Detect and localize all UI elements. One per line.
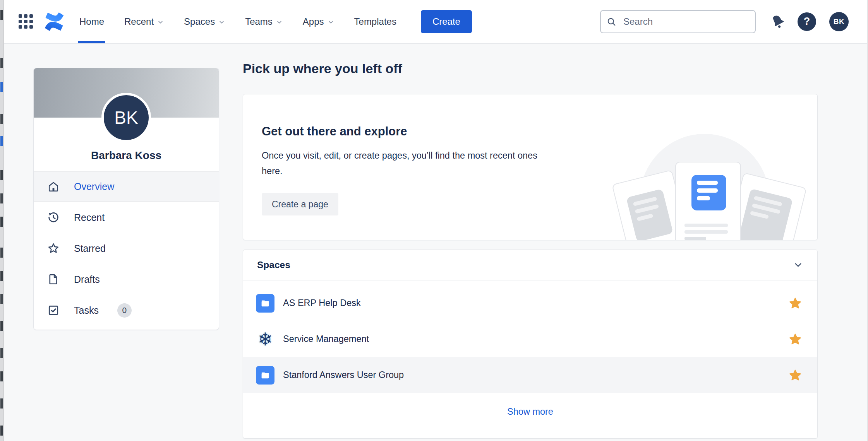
explore-card-body: Once you visit, edit, or create pages, y… — [262, 148, 556, 179]
sidebar-item-label: Overview — [74, 181, 114, 192]
sidebar-item-overview[interactable]: Overview — [34, 171, 219, 202]
nav-label: Recent — [124, 16, 154, 27]
draft-page-icon — [47, 273, 60, 286]
create-a-page-button[interactable]: Create a page — [262, 193, 338, 215]
space-row-stanford-answers-user-group[interactable]: Stanford Answers User Group — [243, 357, 817, 393]
profile-avatar[interactable]: BK — [101, 93, 151, 142]
nav-label: Templates — [354, 16, 396, 27]
sidebar-item-tasks[interactable]: Tasks 0 — [34, 295, 219, 326]
star-outline-icon — [47, 242, 60, 255]
avatar-initials: BK — [834, 17, 844, 26]
space-folder-icon — [256, 366, 274, 385]
background-window-sliver — [0, 0, 4, 441]
star-filled-icon[interactable] — [788, 296, 803, 311]
illustration-page-right — [719, 173, 807, 240]
spaces-section-title: Spaces — [257, 260, 290, 270]
nav-tab-apps[interactable]: Apps — [302, 0, 335, 43]
nav-label: Apps — [303, 16, 324, 27]
nav-label: Spaces — [184, 16, 215, 27]
space-row-service-management[interactable]: ❄ Service Management — [243, 321, 817, 357]
page-title: Pick up where you left off — [243, 61, 402, 76]
nav-tab-recent[interactable]: Recent — [123, 0, 165, 43]
topbar-right-group: ? BK — [600, 10, 849, 33]
sidebar-item-label: Drafts — [74, 274, 100, 285]
home-icon — [47, 180, 60, 193]
nav-tab-home[interactable]: Home — [78, 0, 105, 43]
sidebar-item-starred[interactable]: Starred — [34, 233, 219, 264]
nav-tab-templates[interactable]: Templates — [353, 0, 398, 43]
spaces-card: Spaces AS ERP Help Desk ❄ Service Manage… — [243, 250, 818, 439]
profile-sidebar-card: BK Barbara Koss Overview Recent — [33, 68, 219, 330]
create-button[interactable]: Create — [421, 10, 472, 33]
spaces-section-header[interactable]: Spaces — [243, 250, 817, 280]
spaces-list: AS ERP Help Desk ❄ Service Management — [243, 280, 817, 430]
space-folder-icon — [256, 294, 274, 313]
search-input[interactable] — [600, 10, 756, 33]
chevron-down-icon — [276, 19, 283, 26]
task-checkbox-icon — [47, 304, 60, 317]
space-name: Service Management — [283, 334, 369, 344]
illustration-text-lines — [684, 224, 728, 240]
explore-card-title: Get out there and explore — [262, 125, 407, 138]
sidebar-item-label: Recent — [74, 212, 105, 223]
confluence-home-page: Home Recent Spaces Teams Apps Templates … — [0, 0, 868, 441]
illustration-blue-block — [691, 175, 726, 210]
illustration-gray-block — [626, 189, 673, 240]
star-filled-icon[interactable] — [788, 332, 803, 347]
star-filled-icon[interactable] — [788, 368, 803, 383]
history-icon — [47, 211, 60, 224]
sidebar-item-drafts[interactable]: Drafts — [34, 264, 219, 295]
chevron-down-icon — [328, 19, 334, 26]
active-tab-indicator — [78, 41, 105, 43]
illustration-circle — [640, 134, 769, 240]
nav-tab-teams[interactable]: Teams — [244, 0, 284, 43]
tasks-count-badge: 0 — [117, 303, 132, 318]
space-name: Stanford Answers User Group — [283, 370, 404, 380]
sidebar-item-recent[interactable]: Recent — [34, 202, 219, 233]
show-more-row: Show more — [243, 393, 817, 430]
explore-card: Get out there and explore Once you visit… — [243, 94, 818, 240]
notifications-button[interactable] — [769, 13, 786, 30]
question-mark-icon: ? — [804, 15, 810, 27]
illustration-page-center — [675, 162, 741, 240]
search-icon — [606, 17, 617, 27]
profile-name: Barbara Koss — [34, 149, 219, 162]
sidebar-item-label: Starred — [74, 243, 106, 254]
chevron-down-icon[interactable] — [793, 260, 803, 270]
sidebar-item-label: Tasks — [74, 305, 99, 316]
illustration-gray-block — [738, 188, 793, 240]
help-button[interactable]: ? — [798, 12, 816, 31]
space-name: AS ERP Help Desk — [283, 298, 361, 308]
illustration-page-left — [612, 170, 696, 240]
bell-icon — [766, 10, 789, 33]
space-row-as-erp-help-desk[interactable]: AS ERP Help Desk — [243, 285, 817, 321]
search-field-wrap — [600, 10, 756, 33]
chevron-down-icon — [157, 19, 164, 26]
profile-avatar-initials: BK — [114, 107, 138, 128]
chevron-down-icon — [218, 19, 225, 26]
top-navigation-bar: Home Recent Spaces Teams Apps Templates … — [4, 0, 868, 44]
confluence-logo[interactable] — [45, 12, 63, 31]
user-avatar-button[interactable]: BK — [829, 12, 849, 31]
pages-illustration — [539, 94, 817, 240]
snowflake-icon: ❄ — [256, 330, 274, 349]
nav-label: Teams — [245, 16, 273, 27]
profile-avatar-wrap: BK — [34, 93, 219, 142]
show-more-button[interactable]: Show more — [507, 407, 553, 417]
nav-label: Home — [79, 16, 104, 27]
nav-tab-spaces[interactable]: Spaces — [183, 0, 226, 43]
app-switcher-icon[interactable] — [19, 14, 33, 29]
profile-menu: Overview Recent Starred — [34, 171, 219, 326]
